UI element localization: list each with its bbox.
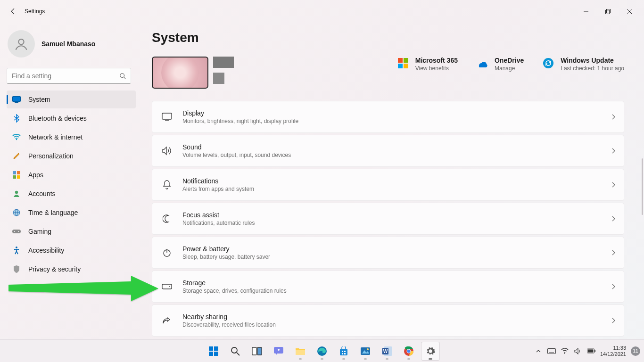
top-link-m365[interactable]: Microsoft 365 View benefits [396, 57, 458, 72]
power-icon [155, 248, 179, 257]
settings-icon[interactable] [421, 342, 440, 361]
volume-tray-icon[interactable] [574, 347, 582, 355]
clock[interactable]: 11:33 14/12/2021 [600, 345, 626, 357]
svg-rect-35 [209, 346, 213, 351]
profile[interactable]: Samuel Mbanaso [2, 26, 136, 65]
sidebar-item-apps[interactable]: Apps [7, 166, 136, 184]
card-notifications[interactable]: NotificationsAlerts from apps and system [152, 169, 624, 201]
task-view[interactable] [248, 342, 266, 361]
chevron-right-icon [611, 250, 615, 255]
onedrive-icon [476, 57, 489, 70]
svg-rect-15 [17, 175, 20, 179]
store-icon[interactable] [334, 342, 353, 361]
gaming-icon [12, 227, 21, 236]
battery-tray-icon[interactable] [587, 347, 595, 355]
svg-point-11 [16, 139, 17, 140]
sidebar-item-label: Gaming [28, 228, 51, 235]
sidebar-item-bluetooth[interactable]: Bluetooth & devices [7, 109, 136, 127]
close-button[interactable] [619, 4, 640, 19]
top-link-update[interactable]: Windows Update Last checked: 1 hour ago [542, 57, 624, 72]
window-controls [575, 4, 640, 19]
sidebar-item-personalization[interactable]: Personalization [7, 147, 136, 165]
sidebar-item-label: Network & internet [28, 133, 83, 141]
svg-point-22 [13, 285, 20, 291]
card-title: Notifications [182, 177, 608, 185]
chevron-right-icon [611, 318, 615, 323]
card-title: Display [182, 109, 608, 117]
back-button[interactable] [4, 2, 23, 21]
svg-rect-41 [252, 347, 256, 355]
tray-chevron-icon[interactable] [534, 347, 543, 355]
card-power[interactable]: Power & batterySleep, battery usage, bat… [152, 237, 624, 269]
bell-icon [155, 180, 179, 189]
card-sound[interactable]: SoundVolume levels, output, input, sound… [152, 135, 624, 167]
svg-point-16 [15, 191, 18, 194]
svg-rect-49 [344, 351, 346, 352]
sidebar-item-privacy[interactable]: Privacy & security [7, 260, 136, 278]
taskbar-search[interactable] [226, 342, 245, 361]
word-icon[interactable]: W [378, 342, 396, 361]
scrollbar-thumb[interactable] [642, 158, 643, 215]
shield-icon [12, 265, 21, 273]
svg-point-27 [543, 58, 553, 68]
svg-line-40 [237, 353, 239, 355]
avatar [8, 30, 35, 58]
start-button[interactable] [204, 342, 223, 361]
card-focus[interactable]: Focus assistNotifications, automatic rul… [152, 203, 624, 235]
card-sub: Alerts from apps and system [182, 186, 608, 192]
svg-rect-61 [547, 348, 555, 354]
svg-rect-38 [214, 352, 218, 356]
sidebar-item-accessibility[interactable]: Accessibility [7, 241, 136, 259]
card-display[interactable]: DisplayMonitors, brightness, night light… [152, 101, 624, 133]
hero: Microsoft 365 View benefits OneDrive Man… [152, 57, 624, 89]
share-icon [155, 316, 179, 325]
keyboard-icon[interactable] [547, 347, 556, 355]
explorer-icon[interactable] [291, 342, 310, 361]
card-storage[interactable]: StorageStorage space, drives, configurat… [152, 271, 624, 303]
svg-rect-1 [605, 10, 609, 14]
chevron-right-icon [611, 284, 615, 289]
minimize-button[interactable] [575, 4, 597, 19]
top-link-sub: View benefits [415, 65, 458, 72]
svg-rect-47 [340, 349, 347, 355]
svg-rect-65 [594, 350, 595, 352]
svg-point-60 [407, 349, 411, 353]
wifi-tray-icon[interactable] [561, 347, 569, 355]
svg-rect-2 [606, 9, 610, 13]
sidebar-item-accounts[interactable]: Accounts [7, 185, 136, 203]
chevron-right-icon [611, 148, 615, 154]
chrome-icon[interactable] [399, 342, 418, 361]
card-nearby[interactable]: Nearby sharingDiscoverability, received … [152, 304, 624, 337]
svg-rect-37 [209, 352, 213, 356]
top-link-onedrive[interactable]: OneDrive Manage [476, 57, 524, 72]
maximize-button[interactable] [597, 4, 619, 19]
sidebar-item-system[interactable]: System [7, 90, 136, 108]
search-box[interactable] [7, 68, 131, 84]
svg-point-19 [14, 231, 15, 232]
card-title: Sound [182, 143, 608, 151]
sidebar-item-label: Privacy & security [28, 265, 81, 273]
sidebar-item-update[interactable]: Windows Update [7, 279, 136, 297]
clock-date: 14/12/2021 [600, 351, 626, 357]
sidebar-item-gaming[interactable]: Gaming [7, 222, 136, 240]
search-icon [119, 73, 126, 79]
person-icon [12, 189, 21, 198]
notification-badge[interactable]: 11 [631, 346, 640, 356]
main: System Microsoft 365 View benefits [141, 23, 644, 339]
edge-icon[interactable] [313, 342, 331, 361]
device-thumbnail[interactable] [152, 57, 208, 89]
top-link-title: Windows Update [561, 57, 624, 64]
photos-icon[interactable] [356, 342, 375, 361]
svg-rect-25 [398, 64, 403, 68]
page-title: System [152, 30, 624, 45]
clock-time: 11:33 [600, 345, 626, 351]
svg-point-33 [169, 286, 170, 287]
card-sub: Storage space, drives, configuration rul… [182, 288, 608, 294]
svg-rect-28 [162, 113, 172, 119]
update-circle-icon [542, 57, 555, 70]
chat-icon[interactable] [269, 342, 288, 361]
sidebar-item-time[interactable]: Time & language [7, 204, 136, 222]
search-input[interactable] [12, 72, 119, 80]
device-name-block [213, 57, 234, 84]
sidebar-item-network[interactable]: Network & internet [7, 128, 136, 146]
